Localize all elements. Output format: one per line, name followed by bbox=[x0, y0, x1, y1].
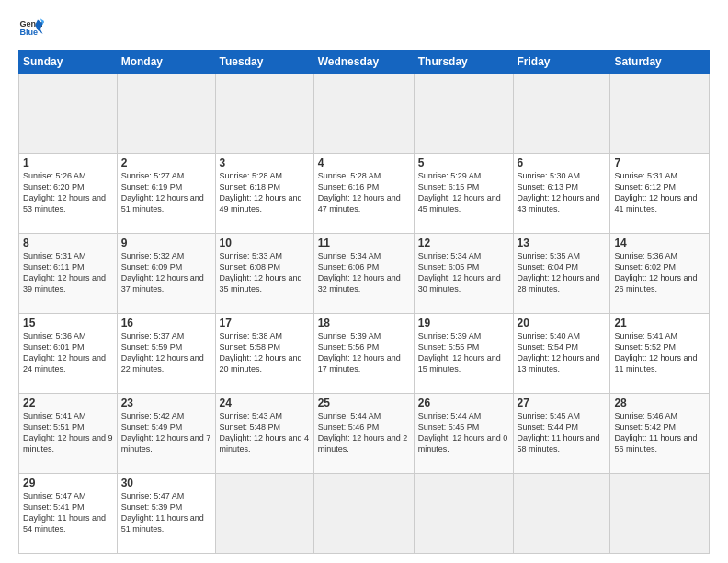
day-info: Sunrise: 5:37 AM Sunset: 5:59 PM Dayligh… bbox=[121, 330, 211, 375]
day-number: 21 bbox=[614, 316, 705, 329]
table-row: 11Sunrise: 5:34 AM Sunset: 6:06 PM Dayli… bbox=[313, 234, 414, 314]
calendar-week-row: 29Sunrise: 5:47 AM Sunset: 5:41 PM Dayli… bbox=[19, 474, 710, 554]
day-info: Sunrise: 5:31 AM Sunset: 6:12 PM Dayligh… bbox=[614, 170, 705, 215]
day-number: 26 bbox=[418, 396, 509, 409]
svg-text:Blue: Blue bbox=[19, 28, 38, 37]
table-row bbox=[513, 74, 610, 154]
day-number: 27 bbox=[518, 396, 607, 409]
day-info: Sunrise: 5:34 AM Sunset: 6:05 PM Dayligh… bbox=[418, 250, 509, 295]
day-info: Sunrise: 5:33 AM Sunset: 6:08 PM Dayligh… bbox=[220, 250, 310, 295]
day-number: 12 bbox=[418, 236, 509, 249]
table-row bbox=[414, 74, 513, 154]
day-info: Sunrise: 5:40 AM Sunset: 5:54 PM Dayligh… bbox=[518, 330, 607, 375]
day-info: Sunrise: 5:43 AM Sunset: 5:48 PM Dayligh… bbox=[220, 410, 310, 455]
day-number: 30 bbox=[121, 477, 211, 489]
table-row: 16Sunrise: 5:37 AM Sunset: 5:59 PM Dayli… bbox=[117, 314, 215, 394]
day-number: 28 bbox=[614, 396, 705, 409]
logo: General Blue bbox=[18, 15, 44, 40]
day-info: Sunrise: 5:38 AM Sunset: 5:58 PM Dayligh… bbox=[220, 330, 310, 375]
table-row: 18Sunrise: 5:39 AM Sunset: 5:56 PM Dayli… bbox=[313, 314, 414, 394]
day-info: Sunrise: 5:45 AM Sunset: 5:44 PM Dayligh… bbox=[518, 410, 607, 455]
table-row: 25Sunrise: 5:44 AM Sunset: 5:46 PM Dayli… bbox=[313, 394, 414, 474]
table-row bbox=[313, 474, 414, 554]
day-info: Sunrise: 5:27 AM Sunset: 6:19 PM Dayligh… bbox=[121, 170, 211, 215]
table-row bbox=[215, 74, 313, 154]
day-number: 24 bbox=[220, 396, 310, 409]
day-number: 1 bbox=[23, 156, 113, 169]
day-info: Sunrise: 5:34 AM Sunset: 6:06 PM Dayligh… bbox=[318, 250, 410, 295]
table-row: 1Sunrise: 5:26 AM Sunset: 6:20 PM Daylig… bbox=[19, 154, 118, 234]
col-friday: Friday bbox=[513, 51, 610, 74]
header-row: Sunday Monday Tuesday Wednesday Thursday… bbox=[19, 51, 710, 74]
table-row: 14Sunrise: 5:36 AM Sunset: 6:02 PM Dayli… bbox=[610, 234, 710, 314]
day-number: 11 bbox=[318, 236, 410, 249]
table-row: 20Sunrise: 5:40 AM Sunset: 5:54 PM Dayli… bbox=[513, 314, 610, 394]
calendar-table: Sunday Monday Tuesday Wednesday Thursday… bbox=[18, 50, 710, 554]
day-info: Sunrise: 5:31 AM Sunset: 6:11 PM Dayligh… bbox=[23, 250, 113, 295]
day-number: 10 bbox=[220, 236, 310, 249]
table-row: 10Sunrise: 5:33 AM Sunset: 6:08 PM Dayli… bbox=[215, 234, 313, 314]
day-number: 3 bbox=[220, 156, 310, 169]
table-row: 3Sunrise: 5:28 AM Sunset: 6:18 PM Daylig… bbox=[215, 154, 313, 234]
day-info: Sunrise: 5:41 AM Sunset: 5:52 PM Dayligh… bbox=[614, 330, 705, 375]
table-row bbox=[19, 74, 118, 154]
calendar-page: General Blue Sunday Monday Tuesday Wedne… bbox=[0, 0, 728, 563]
table-row: 7Sunrise: 5:31 AM Sunset: 6:12 PM Daylig… bbox=[610, 154, 710, 234]
day-info: Sunrise: 5:36 AM Sunset: 6:02 PM Dayligh… bbox=[614, 250, 705, 295]
calendar-week-row: 1Sunrise: 5:26 AM Sunset: 6:20 PM Daylig… bbox=[19, 154, 710, 234]
table-row bbox=[414, 474, 513, 554]
table-row bbox=[313, 74, 414, 154]
table-row: 13Sunrise: 5:35 AM Sunset: 6:04 PM Dayli… bbox=[513, 234, 610, 314]
table-row: 2Sunrise: 5:27 AM Sunset: 6:19 PM Daylig… bbox=[117, 154, 215, 234]
day-info: Sunrise: 5:32 AM Sunset: 6:09 PM Dayligh… bbox=[121, 250, 211, 295]
calendar-week-row: 22Sunrise: 5:41 AM Sunset: 5:51 PM Dayli… bbox=[19, 394, 710, 474]
logo-icon: General Blue bbox=[18, 15, 44, 40]
table-row: 27Sunrise: 5:45 AM Sunset: 5:44 PM Dayli… bbox=[513, 394, 610, 474]
table-row: 15Sunrise: 5:36 AM Sunset: 6:01 PM Dayli… bbox=[19, 314, 118, 394]
table-row bbox=[610, 74, 710, 154]
day-info: Sunrise: 5:44 AM Sunset: 5:46 PM Dayligh… bbox=[318, 410, 410, 455]
table-row: 9Sunrise: 5:32 AM Sunset: 6:09 PM Daylig… bbox=[117, 234, 215, 314]
day-info: Sunrise: 5:39 AM Sunset: 5:55 PM Dayligh… bbox=[418, 330, 509, 375]
table-row: 23Sunrise: 5:42 AM Sunset: 5:49 PM Dayli… bbox=[117, 394, 215, 474]
day-number: 19 bbox=[418, 316, 509, 329]
table-row: 30Sunrise: 5:47 AM Sunset: 5:39 PM Dayli… bbox=[117, 474, 215, 554]
day-number: 16 bbox=[121, 316, 211, 329]
day-info: Sunrise: 5:39 AM Sunset: 5:56 PM Dayligh… bbox=[318, 330, 410, 375]
col-sunday: Sunday bbox=[19, 51, 118, 74]
col-tuesday: Tuesday bbox=[215, 51, 313, 74]
day-number: 22 bbox=[23, 396, 113, 409]
day-info: Sunrise: 5:46 AM Sunset: 5:42 PM Dayligh… bbox=[614, 410, 705, 455]
day-number: 9 bbox=[121, 236, 211, 249]
table-row bbox=[610, 474, 710, 554]
header: General Blue bbox=[18, 15, 710, 40]
table-row: 5Sunrise: 5:29 AM Sunset: 6:15 PM Daylig… bbox=[414, 154, 513, 234]
day-number: 17 bbox=[220, 316, 310, 329]
table-row: 24Sunrise: 5:43 AM Sunset: 5:48 PM Dayli… bbox=[215, 394, 313, 474]
calendar-week-row bbox=[19, 74, 710, 154]
table-row: 4Sunrise: 5:28 AM Sunset: 6:16 PM Daylig… bbox=[313, 154, 414, 234]
col-monday: Monday bbox=[117, 51, 215, 74]
day-number: 29 bbox=[23, 477, 113, 489]
table-row: 26Sunrise: 5:44 AM Sunset: 5:45 PM Dayli… bbox=[414, 394, 513, 474]
table-row: 29Sunrise: 5:47 AM Sunset: 5:41 PM Dayli… bbox=[19, 474, 118, 554]
table-row: 6Sunrise: 5:30 AM Sunset: 6:13 PM Daylig… bbox=[513, 154, 610, 234]
day-info: Sunrise: 5:42 AM Sunset: 5:49 PM Dayligh… bbox=[121, 410, 211, 455]
day-info: Sunrise: 5:41 AM Sunset: 5:51 PM Dayligh… bbox=[23, 410, 113, 455]
day-info: Sunrise: 5:35 AM Sunset: 6:04 PM Dayligh… bbox=[518, 250, 607, 295]
day-number: 6 bbox=[518, 156, 607, 169]
day-number: 7 bbox=[614, 156, 705, 169]
day-info: Sunrise: 5:30 AM Sunset: 6:13 PM Dayligh… bbox=[518, 170, 607, 215]
table-row bbox=[215, 474, 313, 554]
day-number: 2 bbox=[121, 156, 211, 169]
col-saturday: Saturday bbox=[610, 51, 710, 74]
table-row: 28Sunrise: 5:46 AM Sunset: 5:42 PM Dayli… bbox=[610, 394, 710, 474]
day-info: Sunrise: 5:28 AM Sunset: 6:18 PM Dayligh… bbox=[220, 170, 310, 215]
calendar-week-row: 15Sunrise: 5:36 AM Sunset: 6:01 PM Dayli… bbox=[19, 314, 710, 394]
day-info: Sunrise: 5:36 AM Sunset: 6:01 PM Dayligh… bbox=[23, 330, 113, 375]
day-number: 8 bbox=[23, 236, 113, 249]
day-number: 4 bbox=[318, 156, 410, 169]
day-info: Sunrise: 5:26 AM Sunset: 6:20 PM Dayligh… bbox=[23, 170, 113, 215]
calendar-week-row: 8Sunrise: 5:31 AM Sunset: 6:11 PM Daylig… bbox=[19, 234, 710, 314]
day-info: Sunrise: 5:29 AM Sunset: 6:15 PM Dayligh… bbox=[418, 170, 509, 215]
